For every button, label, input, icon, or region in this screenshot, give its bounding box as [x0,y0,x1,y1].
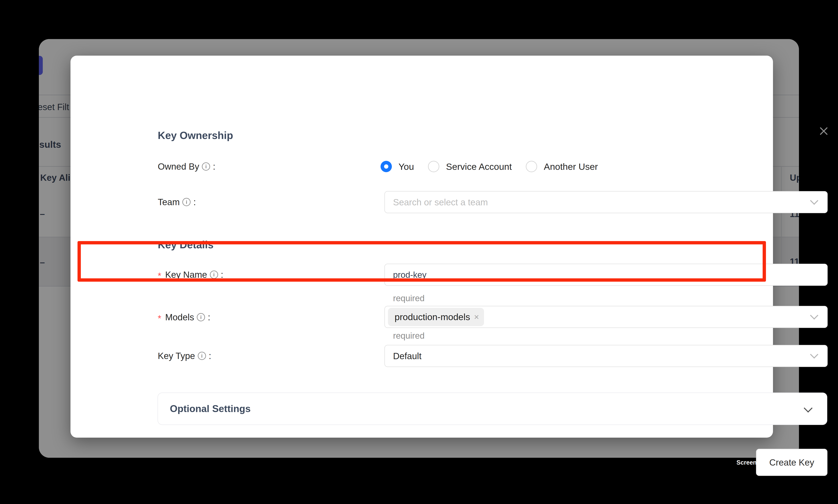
team-select-placeholder: Search or select a team [393,197,488,208]
models-tag-label: production-models [395,311,470,322]
radio-service-account-label[interactable]: Service Account [446,161,512,172]
key-name-label: * Key Name i : [158,269,223,281]
colon: : [213,161,215,172]
create-key-button[interactable]: Create Key [756,449,827,476]
close-icon[interactable] [819,126,829,136]
chevron-down-icon [810,311,818,320]
colon: : [209,350,211,361]
optional-settings-accordion[interactable]: Optional Settings [158,393,827,425]
info-icon[interactable]: i [210,271,218,279]
team-label-text: Team [158,197,180,207]
optional-settings-label: Optional Settings [170,403,251,414]
team-select[interactable]: Search or select a team [385,191,828,213]
radio-another-user-label[interactable]: Another User [544,161,598,172]
key-name-input[interactable] [385,264,828,286]
colon: : [208,312,210,322]
radio-you-label[interactable]: You [398,161,414,172]
models-select[interactable]: production-models × [385,306,828,328]
owned-by-label-text: Owned By [158,161,199,172]
chevron-down-icon [804,404,813,412]
required-asterisk: * [158,313,161,324]
create-key-modal: Key Ownership Owned By i : You Service A… [70,56,773,438]
models-required-message: required [393,330,425,341]
radio-service-account[interactable] [428,161,439,172]
key-name-required-message: required [393,293,425,304]
key-type-label: Key Type i : [158,350,211,362]
models-tag: production-models × [388,308,484,326]
section-key-details: Key Details [158,239,214,251]
modal-title: Key Ownership [158,129,233,141]
info-icon[interactable]: i [197,313,205,321]
info-icon[interactable]: i [202,162,210,170]
info-icon[interactable]: i [182,198,191,206]
chevron-down-icon [810,197,818,205]
info-icon[interactable]: i [198,352,206,360]
key-name-label-text: Key Name [165,269,207,280]
screenshot-canvas: eset Filt sults Key Alia Up – 11/ – 11/ … [0,0,838,504]
key-type-select-value: Default [393,351,422,361]
colon: : [221,269,224,280]
colon: : [193,197,196,207]
owned-by-label: Owned By i : [158,161,215,173]
radio-you[interactable] [380,161,392,172]
radio-another-user[interactable] [526,161,537,172]
required-asterisk: * [158,271,161,281]
models-label: * Models i : [158,311,210,323]
models-label-text: Models [165,312,194,322]
chevron-down-icon [810,350,818,359]
key-type-select[interactable]: Default [385,345,828,367]
key-type-label-text: Key Type [158,350,195,361]
tag-remove-icon[interactable]: × [474,313,479,321]
owned-by-radio-group: You Service Account Another User [380,161,598,173]
team-label: Team i : [158,196,196,208]
